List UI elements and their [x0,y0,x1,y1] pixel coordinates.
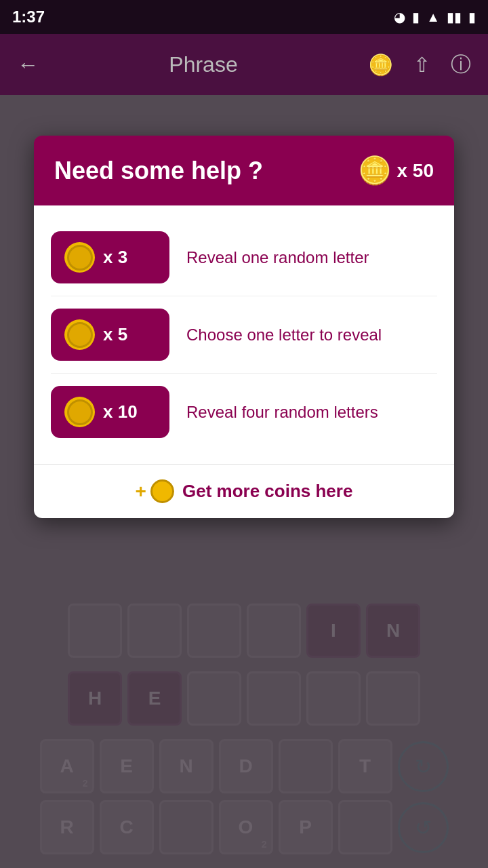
help-option-2[interactable]: x 5 Choose one letter to reveal [51,296,437,374]
coin-icon-1 [64,242,95,273]
help-option-3[interactable]: x 10 Reveal four random letters [51,374,437,450]
page-title: Phrase [169,52,237,77]
coin-stack-icon: 🪙 [358,155,392,186]
signal-icon: ▮▮ [447,9,462,25]
status-time: 1:37 [12,7,45,26]
coin-btn-5[interactable]: x 5 [51,309,169,361]
coin-btn-10[interactable]: x 10 [51,386,169,438]
battery-icon: ▮ [468,9,476,25]
help-desc-2: Choose one letter to reveal [186,323,437,347]
coins-icon[interactable]: 🪙 [368,53,393,77]
top-bar: ← Phrase 🪙 ⇧ ⓘ [0,34,488,95]
small-coin-icon [150,479,174,503]
top-bar-icons: 🪙 ⇧ ⓘ [368,51,471,79]
modal-title: Need some help ? [54,157,263,185]
sim-icon: ▮ [412,9,420,25]
status-icons: ◕ ▮ ▲ ▮▮ ▮ [394,9,476,25]
coin-count: x 50 [397,160,434,182]
coin-circle-3 [67,399,93,425]
modal-footer[interactable]: + Get more coins here [34,464,454,518]
coin-btn-label-1: x 3 [103,247,127,268]
help-icon[interactable]: ⓘ [451,51,471,79]
back-icon[interactable]: ← [17,52,39,77]
plus-icon: + [136,481,146,502]
coin-circle-1 [67,245,93,271]
qr-icon: ◕ [394,9,405,25]
coin-btn-3[interactable]: x 3 [51,231,169,283]
coin-icon-3 [64,397,95,427]
coin-btn-label-2: x 5 [103,324,127,345]
coin-icon-2 [64,319,95,350]
status-bar: 1:37 ◕ ▮ ▲ ▮▮ ▮ [0,0,488,34]
modal-body: x 3 Reveal one random letter x 5 Choose … [34,205,454,464]
coin-display: 🪙 x 50 [358,155,434,186]
help-option-1[interactable]: x 3 Reveal one random letter [51,219,437,296]
coin-btn-label-3: x 10 [103,401,138,422]
modal-overlay: Need some help ? 🪙 x 50 x 3 Reveal one r… [0,95,488,868]
help-desc-1: Reveal one random letter [186,246,437,269]
modal-header: Need some help ? 🪙 x 50 [34,136,454,205]
coin-circle-2 [67,322,93,348]
share-icon[interactable]: ⇧ [413,53,430,77]
plus-coin: + [136,479,174,503]
help-desc-3: Reveal four random letters [186,401,437,424]
help-modal: Need some help ? 🪙 x 50 x 3 Reveal one r… [34,136,454,518]
footer-text: Get more coins here [182,481,352,502]
wifi-icon: ▲ [426,9,440,25]
